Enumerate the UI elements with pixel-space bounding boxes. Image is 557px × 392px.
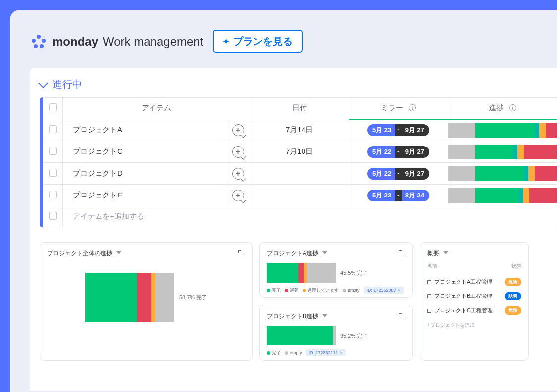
item-name-cell[interactable]: プロジェクトE: [63, 185, 226, 206]
status-badge: 順調: [505, 292, 521, 300]
info-icon[interactable]: i: [509, 104, 516, 111]
conversation-button[interactable]: +: [226, 185, 250, 206]
date-cell[interactable]: 7月14日: [250, 119, 349, 141]
conversation-button[interactable]: +: [226, 119, 250, 141]
funnel-icon[interactable]: [443, 251, 448, 256]
table-row[interactable]: プロジェクトD + 5月 22 - 9月 27: [43, 163, 557, 185]
expand-icon[interactable]: [399, 313, 405, 320]
funnel-icon[interactable]: [322, 251, 327, 256]
progress-bar: [448, 145, 557, 159]
svg-point-1: [32, 39, 36, 43]
widget-project-b-progress: プロジェクトB進捗 95.2% 完了 完了emptyID: 172362111 …: [259, 305, 413, 361]
legend-dot-icon: [303, 289, 306, 292]
project-a-legend: 完了遅延処理していますemptyID: 172362087 ×: [267, 287, 405, 294]
legend-item: empty: [285, 350, 302, 355]
progress-cell[interactable]: [448, 119, 557, 141]
checkbox-icon[interactable]: [49, 103, 57, 111]
mirror-cell[interactable]: 5月 22 - 9月 27: [349, 141, 448, 163]
id-tag[interactable]: ID: 172362087 ×: [364, 287, 404, 294]
select-all-header[interactable]: [43, 98, 63, 119]
date-cell[interactable]: [250, 163, 349, 185]
mirror-cell[interactable]: 5月 22 - 9月 27: [349, 163, 448, 185]
conversation-button[interactable]: +: [226, 163, 250, 185]
checkbox-icon: [49, 212, 57, 220]
row-checkbox[interactable]: [43, 163, 63, 185]
item-name-cell[interactable]: プロジェクトC: [63, 141, 226, 163]
date-range-pill: 5月 23 - 9月 27: [367, 124, 429, 136]
square-icon: [427, 294, 431, 298]
conversation-button[interactable]: +: [226, 141, 250, 163]
square-icon: [427, 280, 431, 284]
project-a-completion: 45.5% 完了: [340, 269, 368, 277]
row-checkbox[interactable]: [43, 185, 63, 206]
project-b-legend: 完了emptyID: 172362111 ×: [267, 349, 405, 356]
date-cell[interactable]: 7月10日: [250, 141, 349, 163]
mirror-cell[interactable]: 5月 23 - 9月 27: [349, 119, 448, 141]
progress-bar: [448, 123, 557, 138]
table-header-row: アイテム 日付 ミラーi 進捗i: [43, 98, 557, 119]
add-project-button[interactable]: +プロジェクトを追加: [427, 322, 521, 329]
widget-project-a-progress: プロジェクトA進捗 45.5% 完了 完了遅延処理していますemptyID: 1…: [259, 242, 413, 298]
table-row[interactable]: プロジェクトA + 7月14日 5月 23 - 9月 27: [43, 119, 557, 141]
mirror-cell[interactable]: 5月 22 - 8月 24: [349, 185, 448, 206]
svg-point-0: [37, 35, 41, 39]
legend-dot-icon: [285, 351, 288, 355]
funnel-icon[interactable]: [322, 314, 327, 319]
group-header[interactable]: 進行中: [40, 78, 557, 91]
legend-item: empty: [343, 288, 360, 293]
add-conversation-icon: +: [232, 190, 244, 201]
view-plans-button[interactable]: ✦ プランを見る: [213, 30, 303, 53]
progress-cell[interactable]: [448, 163, 557, 185]
summary-row[interactable]: プロジェクトB工程管理順調: [427, 289, 521, 303]
app-window: monday Work management ✦ プランを見る 進行中 アイテム…: [10, 10, 557, 392]
status-badge: 危険: [505, 278, 521, 286]
date-cell[interactable]: [250, 185, 349, 206]
close-icon[interactable]: ×: [340, 350, 343, 355]
add-item-label: アイテムを+追加する: [63, 206, 557, 227]
col-mirror[interactable]: ミラーi: [349, 98, 448, 119]
col-progress[interactable]: 進捗i: [448, 98, 557, 119]
progress-cell[interactable]: [448, 141, 557, 163]
col-date[interactable]: 日付: [250, 98, 349, 119]
summary-columns: 名前 状態: [427, 263, 521, 270]
brand-name-rest: Work management: [103, 35, 203, 49]
legend-dot-icon: [343, 289, 346, 292]
item-name-cell[interactable]: プロジェクトD: [63, 163, 226, 185]
project-b-progress-bar: [267, 326, 336, 345]
legend-item: 完了: [267, 350, 281, 356]
id-tag[interactable]: ID: 172362111 ×: [306, 349, 346, 356]
brand-name-bold: monday: [52, 35, 98, 49]
chevron-down-icon: [38, 78, 48, 88]
overall-completion: 58.7% 完了: [179, 294, 207, 301]
progress-bar: [448, 166, 557, 181]
table-row[interactable]: プロジェクトC + 7月10日 5月 22 - 9月 27: [43, 141, 557, 163]
overall-progress-bar: [85, 273, 174, 322]
expand-icon[interactable]: [399, 250, 405, 257]
add-item-row[interactable]: アイテムを+追加する: [43, 206, 557, 227]
legend-dot-icon: [267, 289, 270, 292]
summary-row[interactable]: プロジェクトA工程管理危険: [427, 275, 521, 289]
info-icon[interactable]: i: [409, 104, 416, 111]
sparkle-icon: ✦: [223, 37, 229, 46]
add-conversation-icon: +: [232, 124, 244, 136]
table-row[interactable]: プロジェクトE + 5月 22 - 8月 24: [43, 185, 557, 206]
row-checkbox[interactable]: [43, 119, 63, 141]
progress-cell[interactable]: [448, 185, 557, 206]
checkbox-icon[interactable]: [49, 169, 57, 177]
monday-logo-icon: [30, 33, 48, 50]
date-range-pill: 5月 22 - 9月 27: [367, 146, 429, 158]
col-item[interactable]: アイテム: [63, 98, 250, 119]
summary-row[interactable]: プロジェクトC工程管理危険: [427, 303, 521, 318]
item-name-cell[interactable]: プロジェクトA: [63, 119, 226, 141]
add-conversation-icon: +: [232, 146, 244, 158]
legend-item: 遅延: [285, 287, 299, 294]
checkbox-icon[interactable]: [49, 125, 57, 133]
legend-item: 処理しています: [303, 287, 339, 294]
checkbox-icon[interactable]: [49, 147, 57, 155]
close-icon[interactable]: ×: [398, 288, 401, 293]
expand-icon[interactable]: [238, 250, 245, 257]
checkbox-icon[interactable]: [49, 191, 57, 198]
funnel-icon[interactable]: [116, 251, 121, 256]
row-checkbox[interactable]: [43, 141, 63, 163]
legend-dot-icon: [285, 289, 288, 292]
